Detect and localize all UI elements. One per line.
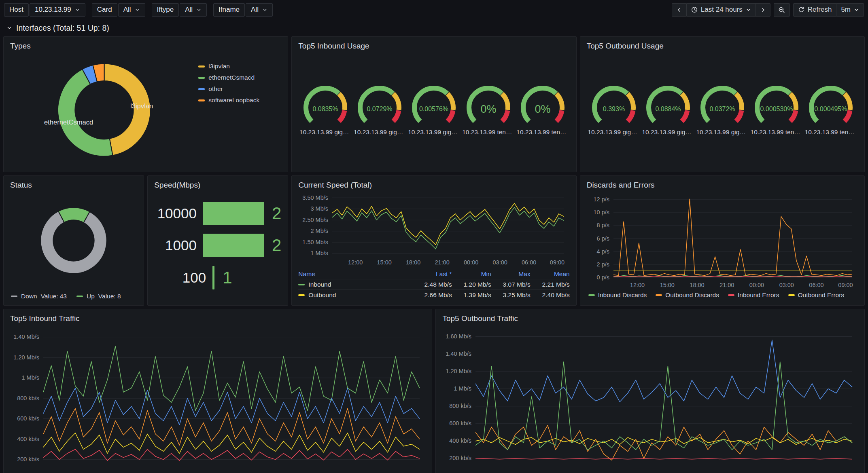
current-speed-chart[interactable]: 1 Mb/s1.50 Mb/s2 Mb/s2.50 Mb/s3 Mb/s3.50…	[298, 191, 569, 267]
svg-text:6 p/s: 6 p/s	[596, 235, 609, 242]
legend-item[interactable]: Up Value: 8	[76, 293, 121, 300]
legend-color	[656, 294, 662, 296]
bar-category: 1000	[154, 237, 197, 253]
current-speed-legend-table: Name Last * Min Max Mean Inbound 2.48 Mb…	[298, 269, 569, 300]
filter-iftype-dropdown[interactable]: All	[180, 3, 207, 17]
svg-text:2 p/s: 2 p/s	[596, 261, 609, 268]
filter-ifname-label: Ifname	[213, 3, 245, 17]
types-donut-chart[interactable]: l3ipvlanethernetCsmacd	[10, 52, 198, 168]
filter-card-label: Card	[92, 3, 117, 17]
filter-host-dropdown[interactable]: 10.23.13.99	[30, 3, 85, 17]
time-controls: Last 24 hours Refresh 5m	[672, 3, 864, 17]
time-shift-forward-button[interactable]	[756, 3, 770, 17]
table-row[interactable]: Inbound 2.48 Mb/s 1.20 Mb/s 3.07 Mb/s 2.…	[298, 279, 569, 289]
svg-text:ethernetCsmacd: ethernetCsmacd	[44, 118, 93, 126]
filter-card-value: All	[123, 6, 131, 14]
svg-text:15:00: 15:00	[377, 259, 392, 266]
panel-outbound-usage: Top5 Outbound Usage 0.393%10.23.13.99 gi…	[580, 36, 865, 172]
legend-value: Value: 8	[98, 293, 121, 300]
refresh-label: Refresh	[808, 6, 832, 14]
svg-text:10 p/s: 10 p/s	[593, 209, 609, 215]
legend-label: Inbound Errors	[738, 291, 779, 299]
legend-color	[11, 296, 17, 297]
panel-title-inbound-traffic[interactable]: Top5 Inbound Traffic	[10, 313, 425, 325]
legend-item[interactable]: Outbound Discards	[656, 291, 719, 299]
panel-title-speed[interactable]: Speed(Mbps)	[154, 179, 281, 191]
inbound-traffic-chart[interactable]: 200 kb/s400 kb/s600 kb/s800 kb/s1 Mb/s1.…	[10, 325, 425, 473]
chevron-down-icon	[746, 7, 751, 13]
col-last[interactable]: Last *	[413, 270, 452, 278]
col-max[interactable]: Max	[491, 270, 531, 278]
svg-text:12 p/s: 12 p/s	[593, 196, 609, 203]
col-name[interactable]: Name	[298, 270, 412, 278]
legend-item[interactable]: other	[198, 85, 281, 93]
legend-table-header: Name Last * Min Max Mean	[298, 269, 569, 279]
panel-title-current-speed[interactable]: Current Speed (Total)	[298, 179, 569, 191]
filter-host: Host 10.23.13.99	[4, 3, 85, 17]
outbound-traffic-chart[interactable]: 200 kb/s400 kb/s600 kb/s800 kb/s1 Mb/s1.…	[442, 325, 858, 473]
svg-text:800 kb/s: 800 kb/s	[450, 403, 472, 409]
table-row[interactable]: Outbound 2.66 Mb/s 1.39 Mb/s 3.25 Mb/s 2…	[298, 289, 569, 300]
chevron-left-icon	[677, 7, 682, 13]
svg-text:200 kb/s: 200 kb/s	[17, 456, 39, 462]
legend-item[interactable]: Inbound Errors	[728, 291, 779, 299]
col-min[interactable]: Min	[452, 270, 491, 278]
panel-title-outbound-usage[interactable]: Top5 Outbound Usage	[587, 40, 858, 52]
gauge: 0.0372%10.23.13.99 gige3_18	[695, 84, 749, 136]
panel-title-status[interactable]: Status	[10, 179, 137, 191]
row-interfaces-toggle[interactable]: Interfaces (Total: 51 Up: 8)	[0, 19, 868, 36]
panel-title-discards[interactable]: Discards and Errors	[587, 179, 858, 191]
time-range-picker[interactable]: Last 24 hours	[687, 3, 756, 17]
status-donut-chart[interactable]	[10, 191, 137, 291]
zoom-out-button[interactable]	[774, 3, 790, 17]
refresh-button[interactable]: Refresh	[793, 3, 837, 17]
bar	[203, 234, 264, 257]
gauge-label: 10.23.13.99 gige3_17	[354, 129, 406, 136]
cell-last: 2.66 Mb/s	[413, 291, 452, 299]
panel-title-outbound-traffic[interactable]: Top5 Outbound Traffic	[442, 313, 858, 325]
speed-bar-gauge[interactable]: 100002100021001	[154, 191, 281, 301]
svg-text:1.40 Mb/s: 1.40 Mb/s	[13, 334, 39, 340]
filter-card-dropdown[interactable]: All	[118, 3, 145, 17]
col-mean[interactable]: Mean	[531, 270, 570, 278]
legend-color	[198, 65, 205, 68]
legend-item[interactable]: Inbound Discards	[588, 291, 647, 299]
svg-text:0.000495%: 0.000495%	[814, 106, 847, 112]
svg-text:2 Mb/s: 2 Mb/s	[311, 228, 329, 234]
svg-text:600 kb/s: 600 kb/s	[17, 415, 39, 422]
svg-text:00:00: 00:00	[749, 282, 764, 288]
svg-text:0.0729%: 0.0729%	[367, 106, 393, 112]
filter-ifname-dropdown[interactable]: All	[246, 3, 273, 17]
svg-text:0.000530%: 0.000530%	[760, 106, 793, 112]
clock-icon	[691, 6, 698, 13]
gauge: 0.0835%10.23.13.99 gige3_18	[298, 84, 352, 136]
legend-item[interactable]: softwareLoopback	[198, 97, 281, 104]
legend-item[interactable]: ethernetCsmacd	[198, 74, 281, 81]
panel-discards: Discards and Errors 0 p/s2 p/s4 p/s6 p/s…	[580, 175, 865, 306]
refresh-icon	[798, 6, 804, 13]
legend-item[interactable]: Outbound Errors	[788, 291, 845, 299]
legend-item[interactable]: Down Value: 43	[11, 293, 67, 300]
inbound-usage-gauges[interactable]: 0.0835%10.23.13.99 gige3_180.0729%10.23.…	[298, 52, 569, 168]
panel-status: Status Down Value: 43 Up Value: 8	[3, 175, 144, 306]
bar-gauge-row: 100002	[154, 202, 281, 225]
filter-ifname-value: All	[251, 6, 259, 14]
refresh-interval-dropdown[interactable]: 5m	[836, 3, 864, 17]
gauge-label: 10.23.13.99 tengig...	[462, 129, 514, 136]
svg-text:18:00: 18:00	[690, 282, 704, 288]
svg-text:21:00: 21:00	[719, 282, 734, 288]
outbound-usage-gauges[interactable]: 0.393%10.23.13.99 gige3_160.0884%10.23.1…	[587, 52, 858, 168]
svg-text:1.60 Mb/s: 1.60 Mb/s	[446, 333, 472, 340]
legend-label: Outbound Discards	[665, 291, 719, 299]
svg-text:15:00: 15:00	[660, 282, 674, 288]
svg-text:06:00: 06:00	[522, 259, 536, 266]
panel-types: Types l3ipvlanethernetCsmacd l3ipvlan et…	[3, 36, 288, 172]
discards-errors-chart[interactable]: 0 p/s2 p/s4 p/s6 p/s8 p/s10 p/s12 p/s12:…	[587, 191, 858, 290]
time-shift-back-button[interactable]	[672, 3, 687, 17]
panel-title-types[interactable]: Types	[10, 40, 281, 52]
gauge: 0%10.23.13.99 tengig...	[516, 84, 570, 136]
panel-title-inbound-usage[interactable]: Top5 Inbound Usage	[298, 40, 569, 52]
bar-gauge-row: 1001	[154, 266, 281, 289]
row-title: Interfaces (Total: 51 Up: 8)	[16, 23, 109, 33]
legend-item[interactable]: l3ipvlan	[198, 63, 281, 70]
